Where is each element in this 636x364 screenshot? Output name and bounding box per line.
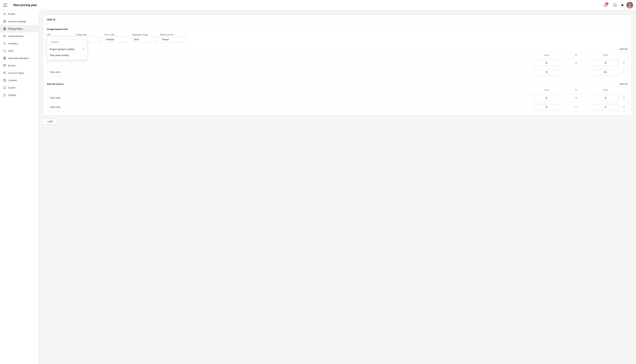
svg-point-5 [4,13,5,14]
page-title: New pricing plan [14,4,599,7]
usage-based-section: Usage-based unit Unit Project (project-c… [43,24,632,42]
sidebar-item-seo[interactable]: SEO [0,47,38,54]
flat-col-head-action [620,87,628,94]
sidebar-item-internationalization[interactable]: Internationalization [0,54,38,62]
chart-icon [3,42,6,45]
flat-fee-table: From To USD Total units 4 [47,87,628,112]
col-head-to: To [561,52,591,58]
sidebar-item-emails[interactable]: Emails [0,62,38,69]
sidebar-item-cookies[interactable]: Cookies [0,76,38,84]
flat-tier-1-usd-cell [591,94,620,102]
layout: Profile General settings Pricing Plans A… [0,10,636,364]
sidebar-item-pricing-plans[interactable]: Pricing Plans [0,25,38,32]
dropdown-item-task[interactable]: Task (task-credits) [47,52,87,58]
flat-tier-2-from-cell [532,103,561,111]
flat-tier-2-label: Total units [47,104,532,110]
svg-line-1 [616,6,616,6]
unit-field-group: Unit Project (project-cr Task (task-cred… [47,34,74,42]
tiers-mode-select[interactable]: Volume [104,36,130,42]
sidebar-item-general-settings[interactable]: General settings [0,18,38,25]
menu-icon[interactable] [3,3,7,7]
globe-icon [3,56,6,60]
usage-tier-2-label: Total units [47,68,532,76]
flat-fee-section-header: Flat fee prices Add tier [47,80,628,87]
usage-tier-1-usd-input[interactable] [592,60,619,66]
avatar[interactable] [626,2,633,8]
usage-tier-2-to-cell: ∞ [561,67,591,76]
svg-line-9 [5,51,6,52]
sidebar-item-profile[interactable]: Profile [0,10,38,18]
flat-tier-row-1: Total units 4 [47,94,628,102]
flat-tier-1-from-cell [532,94,561,102]
usage-tier-row-1: 4 [47,58,628,67]
sidebar-item-danger[interactable]: Danger [0,91,38,99]
search-button[interactable] [612,2,618,8]
usage-tiers-header-row: From To USD [47,52,628,58]
dropdown-search-input[interactable] [49,39,86,45]
cookie-icon [3,78,6,82]
flat-tier-2-delete-button[interactable] [620,104,628,110]
danger-icon [3,93,6,96]
sidebar-item-authentication[interactable]: Authentication [0,32,38,40]
topbar: New pricing plan 4 [0,0,636,10]
add-unit-button[interactable]: + ADD [43,118,56,124]
usage-tier-1-from-input[interactable] [533,60,560,66]
usage-tier-2-delete-button[interactable] [620,69,628,75]
flat-tier-1-usd-input[interactable] [592,95,619,101]
flat-col-head-usd: USD [591,87,620,94]
billing-scheme-label: Billing scheme [160,34,186,36]
usage-tiers-header: Add tier [47,46,628,52]
svg-point-13 [4,72,4,73]
flat-tier-2-from-input[interactable] [533,104,560,110]
usage-tier-2-usd-input[interactable] [592,69,619,75]
usage-tier-2-from-input[interactable] [533,69,560,75]
unit-label: Unit [47,34,74,36]
flat-col-head-from: From [532,87,561,94]
flat-fee-label: Flat fee prices [47,83,64,86]
sidebar-item-analytics[interactable]: Analytics [0,40,38,47]
flat-tier-2-usd-input[interactable] [592,104,619,110]
add-flat-tier-button[interactable]: Add tier [620,83,628,86]
status-dot [621,4,624,6]
unit-card-header: Unit #1 ··· ⌄ [43,15,632,24]
usage-type-label: Usage type [76,34,102,36]
main-content: Unit #1 ··· ⌄ Usage-based unit Unit [39,10,636,364]
aggregate-usage-label: Aggregate usage [132,34,158,36]
aggregate-usage-select-wrapper: Sum ⌃⌄ [132,36,158,42]
cache-icon [3,86,6,89]
dollar-icon [3,27,6,30]
flat-tier-1-delete-button[interactable] [620,95,628,101]
flat-tier-2-to-cell: ∞ [561,102,591,112]
more-options-button[interactable]: ··· [619,18,623,21]
unit-card-actions: ··· ⌄ [619,18,628,21]
tiers-mode-label: Tiers mode [104,34,130,36]
search-icon [3,49,6,52]
sidebar-item-cache[interactable]: Cache [0,84,38,91]
dropdown-item-project[interactable]: Project (project-credits) ✓ [47,46,87,52]
svg-point-16 [5,80,5,81]
fields-row: Unit Project (project-cr Task (task-cred… [47,34,628,42]
flat-tier-2-to-infinity: ∞ [574,104,578,110]
unit-dropdown-popup: Project (project-credits) ✓ Task (task-c… [47,36,88,60]
usage-tiers-table: From To USD 4 [47,52,628,77]
notifications-button[interactable]: 4 [602,2,609,8]
sidebar: Profile General settings Pricing Plans A… [0,10,39,364]
sidebar-item-account-types[interactable]: Account Types [0,69,38,76]
topbar-divider [10,2,10,8]
flat-col-head-empty [47,87,532,94]
col-head-usd: USD [591,52,620,58]
aggregate-usage-field-group: Aggregate usage Sum ⌃⌄ [132,34,158,42]
flat-fee-section: Flat fee prices Add tier From To USD Tot… [43,80,632,116]
usage-tier-1-to-value: 4 [575,62,576,64]
svg-point-3 [629,3,631,6]
accounts-icon [3,71,6,74]
collapse-button[interactable]: ⌄ [625,18,628,21]
add-usage-tier-button[interactable]: Add tier [620,48,628,50]
billing-scheme-select-wrapper: Tiered ⌃⌄ [160,36,186,42]
flat-tier-1-from-input[interactable] [533,95,560,101]
billing-scheme-select[interactable]: Tiered [160,36,186,42]
usage-tier-row-2: Total units ∞ [47,67,628,76]
usage-tier-1-delete-button[interactable] [620,60,628,66]
person-icon [3,12,6,16]
aggregate-usage-select[interactable]: Sum [132,36,158,42]
